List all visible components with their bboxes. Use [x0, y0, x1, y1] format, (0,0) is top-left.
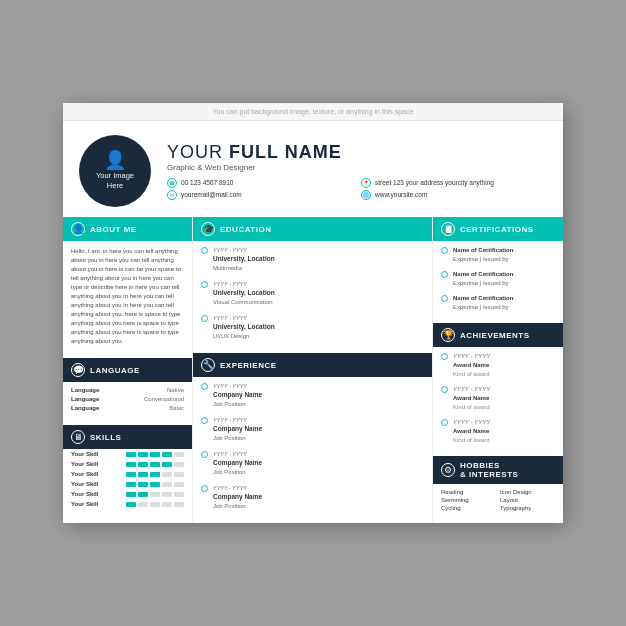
dot — [126, 472, 136, 477]
exp-content-1: YYYY - YYYY Company Name Job Position — [213, 382, 262, 409]
ach-name-2: Award Name — [453, 394, 490, 403]
ach-bullet-1 — [441, 353, 448, 360]
dot — [162, 472, 172, 477]
hobbies-section: ⚙ HOBBIES& INTERESTS Reading Icon Design… — [433, 456, 563, 516]
exp-item-4: YYYY - YYYY Company Name Job Position — [201, 484, 424, 511]
skills-list: Your Skill Your Skill — [63, 449, 192, 509]
edu-bullet-2 — [201, 281, 208, 288]
education-title: EDUCATION — [220, 225, 271, 234]
dot — [174, 482, 184, 487]
ach-content-1: YYYY - YYYY Award Name Kind of award — [453, 352, 490, 379]
ach-bullet-3 — [441, 419, 448, 426]
contact-grid: ☎ 00 123 4567 8910 📍 street 123 your add… — [167, 178, 547, 200]
lang-level-1: Native — [167, 387, 184, 393]
exp-years-3: YYYY - YYYY — [213, 450, 262, 458]
skill-name-6: Your Skill — [71, 501, 111, 507]
dot — [138, 452, 148, 457]
hobby-reading: Reading — [441, 489, 496, 495]
exp-bullet-2 — [201, 417, 208, 424]
certifications-icon: 📋 — [441, 222, 455, 236]
dot — [126, 452, 136, 457]
skills-section: 🖥 SKILLS Your Skill — [63, 425, 192, 509]
hobby-cycling: Cycling — [441, 505, 496, 511]
cert-content-3: Name of Certification Expertise | Issued… — [453, 294, 513, 312]
dot — [126, 502, 136, 507]
about-header: 👤 ABOUT ME — [63, 217, 192, 241]
edu-bullet-1 — [201, 247, 208, 254]
ach-content-2: YYYY - YYYY Award Name Kind of award — [453, 385, 490, 412]
cert-meta-3: Expertise | Issued by — [453, 303, 513, 312]
phone-icon: ☎ — [167, 178, 177, 188]
ach-kind-2: Kind of award — [453, 403, 490, 412]
website-text: www.yoursite.com — [375, 191, 427, 198]
certifications-section: 📋 CERTIFICATIONS Name of Certification E… — [433, 217, 563, 323]
cert-content-2: Name of Certification Expertise | Issued… — [453, 270, 513, 288]
email-icon: ✉ — [167, 190, 177, 200]
contact-email: ✉ youremail@mail.com — [167, 190, 353, 200]
photo-icon: 👤 — [104, 151, 126, 169]
dot — [174, 502, 184, 507]
language-title: LANGUAGE — [90, 366, 140, 375]
cv-container: You can put background image, texture, o… — [63, 103, 563, 523]
dot — [138, 492, 148, 497]
skill-bar-1 — [126, 452, 184, 457]
dot — [174, 452, 184, 457]
dot — [174, 472, 184, 477]
lang-level-3: Basic — [169, 405, 184, 411]
language-icon: 💬 — [71, 363, 85, 377]
hobbies-grid: Reading Icon Design Swimming Layout Cycl… — [433, 484, 563, 516]
dot — [162, 492, 172, 497]
ach-content-3: YYYY - YYYY Award Name Kind of award — [453, 418, 490, 445]
avatar: 👤 Your ImageHere — [79, 135, 151, 207]
exp-content-4: YYYY - YYYY Company Name Job Position — [213, 484, 262, 511]
edu-bullet-3 — [201, 315, 208, 322]
lang-name-3: Language — [71, 405, 99, 411]
skill-bar-2 — [126, 462, 184, 467]
exp-item-1: YYYY - YYYY Company Name Job Position — [201, 382, 424, 409]
contact-website: 🌐 www.yoursite.com — [361, 190, 547, 200]
exp-years-4: YYYY - YYYY — [213, 484, 262, 492]
exp-company-3: Company Name — [213, 458, 262, 468]
cert-item-1: Name of Certification Expertise | Issued… — [441, 246, 555, 264]
hobby-icon-design: Icon Design — [500, 489, 555, 495]
language-item-3: Language Basic — [71, 405, 184, 411]
dot — [138, 472, 148, 477]
dot — [174, 462, 184, 467]
email-text: youremail@mail.com — [181, 191, 242, 198]
certifications-header: 📋 CERTIFICATIONS — [433, 217, 563, 241]
ach-bullet-2 — [441, 386, 448, 393]
dot — [162, 502, 172, 507]
cert-name-1: Name of Certification — [453, 246, 513, 255]
skill-name-4: Your Skill — [71, 481, 111, 487]
exp-bullet-1 — [201, 383, 208, 390]
experience-title: EXPERIENCE — [220, 361, 277, 370]
ach-year-2: YYYY - YYYY — [453, 385, 490, 394]
cert-bullet-3 — [441, 295, 448, 302]
address-icon: 📍 — [361, 178, 371, 188]
skill-bar-6 — [126, 502, 184, 507]
edu-place-1: University, Location — [213, 254, 275, 264]
page-wrapper: You can put background image, texture, o… — [0, 0, 626, 626]
lang-name-2: Language — [71, 396, 99, 402]
header-section: 👤 Your ImageHere YOUR FULL NAME Graphic … — [63, 121, 563, 217]
exp-content-3: YYYY - YYYY Company Name Job Position — [213, 450, 262, 477]
dot — [150, 452, 160, 457]
certifications-title: CERTIFICATIONS — [460, 225, 534, 234]
middle-column: 🎓 EDUCATION YYYY - YYYY University, Loca… — [193, 217, 433, 523]
dot — [150, 482, 160, 487]
ach-year-1: YYYY - YYYY — [453, 352, 490, 361]
exp-company-2: Company Name — [213, 424, 262, 434]
edu-field-3: UI/UX Design — [213, 332, 275, 341]
cert-name-2: Name of Certification — [453, 270, 513, 279]
edu-field-1: Multimedia — [213, 264, 275, 273]
achievement-item-3: YYYY - YYYY Award Name Kind of award — [441, 418, 555, 445]
exp-years-2: YYYY - YYYY — [213, 416, 262, 424]
achievement-item-1: YYYY - YYYY Award Name Kind of award — [441, 352, 555, 379]
cert-bullet-2 — [441, 271, 448, 278]
lang-level-2: Conversational — [144, 396, 184, 402]
certifications-list: Name of Certification Expertise | Issued… — [433, 241, 563, 323]
cert-meta-1: Expertise | Issued by — [453, 255, 513, 264]
exp-position-4: Job Position — [213, 502, 262, 511]
achievements-list: YYYY - YYYY Award Name Kind of award YYY… — [433, 347, 563, 456]
edu-item-3: YYYY - YYYY University, Location UI/UX D… — [201, 314, 424, 341]
